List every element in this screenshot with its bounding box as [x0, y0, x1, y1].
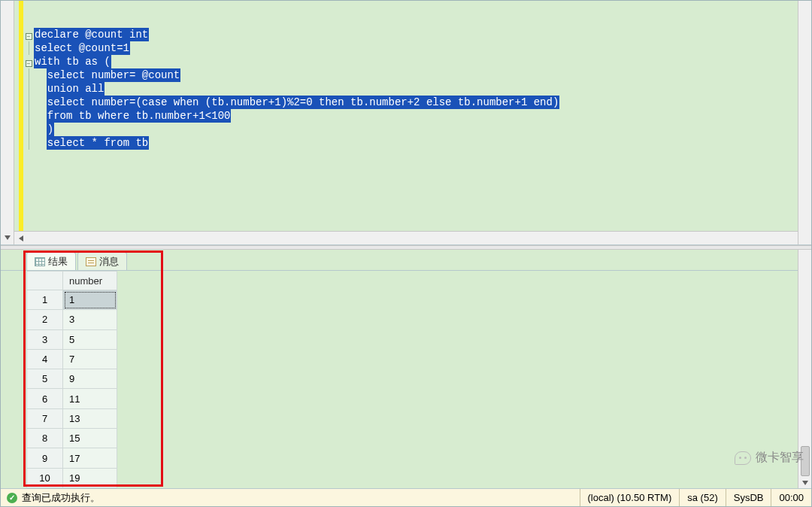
code-line[interactable]: select number= @count — [34, 68, 798, 82]
editor-horizontal-scrollbar[interactable] — [14, 231, 798, 244]
row-header[interactable]: 2 — [27, 310, 63, 329]
code-line[interactable]: with tb as ( — [34, 55, 798, 68]
grid-cell[interactable]: 9 — [63, 369, 117, 389]
row-header[interactable]: 8 — [27, 429, 63, 448]
table-row[interactable]: 23 — [27, 310, 117, 329]
editor-code[interactable]: declare @count intselect @count=1with tb… — [34, 1, 798, 231]
table-row[interactable]: 611 — [27, 389, 117, 408]
status-db: SysDB — [726, 489, 771, 506]
row-header[interactable]: 5 — [27, 369, 63, 389]
editor-left-scroll[interactable] — [1, 1, 14, 244]
results-grid[interactable]: number 11233547596117138159171019 — [26, 271, 117, 488]
table-row[interactable]: 1019 — [27, 468, 117, 487]
message-icon — [86, 257, 96, 266]
code-line[interactable]: declare @count int — [34, 28, 798, 41]
table-row[interactable]: 59 — [27, 369, 117, 389]
table-row[interactable]: 713 — [27, 408, 117, 428]
tab-messages-label: 消息 — [99, 255, 119, 269]
app-root: −− declare @count intselect @count=1with… — [0, 0, 812, 507]
code-line[interactable]: select * from tb — [34, 136, 798, 150]
fold-toggle[interactable]: − — [26, 33, 32, 40]
row-header[interactable]: 6 — [27, 389, 63, 408]
table-row[interactable]: 35 — [27, 329, 117, 349]
code-line[interactable]: select @count=1 — [34, 41, 798, 55]
table-row[interactable]: 917 — [27, 448, 117, 468]
grid-cell[interactable]: 1 — [63, 290, 117, 310]
grid-cell[interactable]: 13 — [63, 408, 117, 428]
table-row[interactable]: 815 — [27, 429, 117, 448]
tab-results[interactable]: 结果 — [26, 252, 76, 270]
scroll-down-arrow-icon — [5, 235, 11, 240]
grid-corner[interactable] — [27, 272, 63, 290]
fold-toggle[interactable]: − — [26, 60, 32, 67]
tab-messages[interactable]: 消息 — [77, 252, 127, 270]
grid-cell[interactable]: 7 — [63, 349, 117, 369]
results-tabs: 结果 消息 — [1, 250, 798, 271]
status-time: 00:00 — [771, 489, 811, 506]
code-line[interactable]: ) — [34, 123, 798, 136]
grid-cell[interactable]: 19 — [63, 468, 117, 487]
results-pane: 结果 消息 number — [1, 250, 811, 488]
status-message: 查询已成功执行。 — [22, 491, 100, 505]
grid-icon — [35, 257, 45, 266]
grid-cell[interactable]: 11 — [63, 389, 117, 408]
grid-column-header[interactable]: number — [63, 272, 117, 290]
row-header[interactable]: 1 — [27, 290, 63, 310]
watermark: 微卡智享 — [735, 450, 804, 466]
row-header[interactable]: 7 — [27, 408, 63, 428]
code-line[interactable]: union all — [34, 82, 798, 96]
editor-lines[interactable]: −− declare @count intselect @count=1with… — [14, 1, 798, 231]
row-header[interactable]: 9 — [27, 448, 63, 468]
editor-vertical-scrollbar[interactable] — [798, 1, 811, 244]
table-row[interactable]: 47 — [27, 349, 117, 369]
tab-results-label: 结果 — [48, 255, 68, 269]
results-grid-area: number 11233547596117138159171019 — [1, 271, 798, 488]
watermark-text: 微卡智享 — [756, 450, 804, 466]
grid-cell[interactable]: 17 — [63, 448, 117, 468]
scroll-down-arrow-icon — [802, 481, 808, 485]
status-server: (local) (10.50 RTM) — [580, 489, 680, 506]
grid-cell[interactable]: 5 — [63, 329, 117, 349]
editor-pane: −− declare @count intselect @count=1with… — [1, 1, 811, 245]
row-header[interactable]: 3 — [27, 329, 63, 349]
status-message-area: ✓ 查询已成功执行。 — [1, 489, 580, 506]
code-line[interactable]: from tb where tb.number+1<100 — [34, 109, 798, 123]
wechat-icon — [735, 451, 751, 465]
editor-body: −− declare @count intselect @count=1with… — [14, 1, 798, 244]
row-header[interactable]: 4 — [27, 349, 63, 369]
status-bar: ✓ 查询已成功执行。 (local) (10.50 RTM) sa (52) S… — [1, 488, 811, 506]
scroll-left-arrow-icon — [19, 235, 23, 241]
table-row[interactable]: 11 — [27, 290, 117, 310]
editor-fold-column[interactable]: −− — [23, 1, 34, 231]
code-line[interactable]: select number=(case when (tb.number+1)%2… — [34, 96, 798, 109]
success-icon: ✓ — [7, 493, 17, 503]
grid-cell[interactable]: 3 — [63, 310, 117, 329]
grid-cell[interactable]: 15 — [63, 429, 117, 448]
status-user: sa (52) — [679, 489, 725, 506]
row-header[interactable]: 10 — [27, 468, 63, 487]
